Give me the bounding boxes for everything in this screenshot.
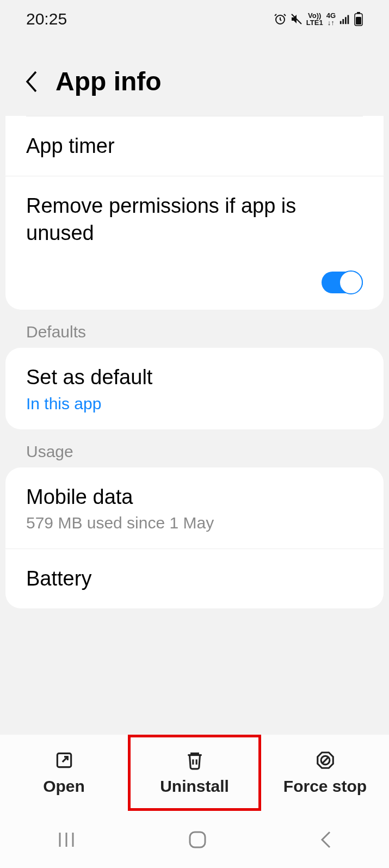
row-title-remove-permissions: Remove permissions if app is unused xyxy=(26,193,363,247)
svg-rect-3 xyxy=(342,19,344,24)
nav-home[interactable] xyxy=(188,830,207,849)
network-indicator: 4G ↓↑ xyxy=(326,12,336,26)
section-label-usage: Usage xyxy=(0,429,389,467)
mute-vibrate-icon xyxy=(290,13,303,26)
svg-rect-8 xyxy=(356,17,361,24)
open-icon xyxy=(54,750,75,773)
row-app-timer[interactable]: App timer xyxy=(5,116,384,176)
stop-icon xyxy=(315,750,336,773)
system-nav-bar xyxy=(0,811,389,868)
svg-rect-5 xyxy=(348,15,349,24)
back-button[interactable] xyxy=(24,70,40,94)
row-title-app-timer: App timer xyxy=(26,133,363,159)
bottom-action-bar: Open Uninstall Force stop xyxy=(0,735,389,811)
open-button[interactable]: Open xyxy=(0,735,128,811)
force-stop-button[interactable]: Force stop xyxy=(261,735,389,811)
card-defaults: Set as default In this app xyxy=(5,348,384,429)
row-mobile-data[interactable]: Mobile data 579 MB used since 1 May xyxy=(5,467,384,549)
row-sub-mobile-data: 579 MB used since 1 May xyxy=(26,514,363,532)
row-set-as-default[interactable]: Set as default In this app xyxy=(5,348,384,429)
status-time: 20:25 xyxy=(26,10,67,28)
toggle-remove-permissions-wrap xyxy=(5,263,384,310)
page-header: App info xyxy=(0,38,389,116)
uninstall-button[interactable]: Uninstall xyxy=(128,735,261,811)
row-sub-set-as-default: In this app xyxy=(26,395,363,413)
open-label: Open xyxy=(43,777,85,796)
card-general: App timer Remove permissions if app is u… xyxy=(5,116,384,310)
force-stop-label: Force stop xyxy=(283,777,367,796)
section-label-defaults: Defaults xyxy=(0,310,389,348)
row-title-mobile-data: Mobile data xyxy=(26,484,363,510)
battery-icon xyxy=(354,12,363,26)
signal-icon xyxy=(339,13,351,25)
status-bar: 20:25 Vo)) LTE1 4G ↓↑ xyxy=(0,0,389,38)
nav-recents[interactable] xyxy=(55,830,77,849)
row-battery[interactable]: Battery xyxy=(5,549,384,608)
alarm-icon xyxy=(274,13,287,26)
uninstall-label: Uninstall xyxy=(160,777,229,796)
row-remove-permissions[interactable]: Remove permissions if app is unused xyxy=(5,176,384,263)
page-title: App info xyxy=(55,66,162,96)
trash-icon xyxy=(184,750,205,773)
toggle-remove-permissions[interactable] xyxy=(322,272,363,293)
card-usage: Mobile data 579 MB used since 1 May Batt… xyxy=(5,467,384,609)
row-title-battery: Battery xyxy=(26,565,363,592)
toggle-knob xyxy=(339,270,363,294)
svg-rect-16 xyxy=(190,832,205,847)
svg-rect-4 xyxy=(345,17,347,24)
svg-rect-2 xyxy=(340,21,342,24)
svg-line-12 xyxy=(322,757,328,763)
nav-back[interactable] xyxy=(318,830,334,849)
row-title-set-as-default: Set as default xyxy=(26,364,363,391)
volte-indicator: Vo)) LTE1 xyxy=(306,12,323,26)
status-icons: Vo)) LTE1 4G ↓↑ xyxy=(274,12,363,26)
